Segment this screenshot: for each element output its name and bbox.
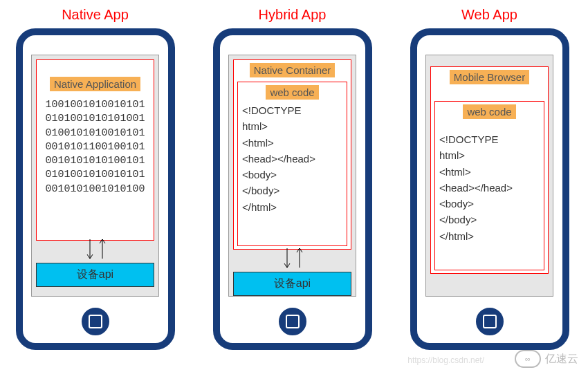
- watermark-brand: ∞ 亿速云: [515, 350, 578, 357]
- native-arrows: [36, 239, 154, 260]
- web-webcode-label: web code: [463, 104, 515, 119]
- native-container-box: Native Container web code <!DOCTYPE html…: [233, 59, 351, 250]
- mobile-browser-box: Mobile Browser web code <!DOCTYPE html> …: [430, 66, 549, 274]
- mobile-browser-label: Mobile Browser: [450, 70, 529, 84]
- device-api-hybrid: 设备api: [233, 272, 351, 296]
- native-app-box: Native Application 1001001010010101 0101…: [36, 59, 154, 241]
- native-container-label: Native Container: [250, 63, 336, 77]
- native-binary-code: 1001001010010101 0101001010101001 010010…: [45, 98, 145, 196]
- hybrid-title: Hybrid App: [259, 7, 327, 23]
- hybrid-webcode-label: web code: [266, 85, 318, 100]
- home-button-icon: [474, 306, 506, 337]
- phone-frame-web: Mobile Browser web code <!DOCTYPE html> …: [410, 28, 569, 350]
- hybrid-code: <!DOCTYPE html> <html> <head></head> <bo…: [242, 102, 315, 215]
- home-button-icon: [80, 306, 111, 337]
- web-title: Web App: [461, 7, 517, 23]
- diagram-row: Native App Native Application 1001001010…: [14, 7, 574, 350]
- phone-screen-web: Mobile Browser web code <!DOCTYPE html> …: [425, 55, 553, 297]
- phone-screen-hybrid: Native Container web code <!DOCTYPE html…: [228, 55, 356, 297]
- cloud-icon: ∞: [515, 350, 541, 357]
- phone-frame-native: Native Application 1001001010010101 0101…: [16, 28, 175, 350]
- watermark-url: https://blog.csdn.net/: [407, 355, 484, 357]
- native-title: Native App: [62, 7, 129, 23]
- phone-frame-hybrid: Native Container web code <!DOCTYPE html…: [213, 28, 372, 350]
- watermark-text: 亿速云: [545, 352, 578, 357]
- hybrid-arrows: [233, 248, 351, 269]
- hybrid-column: Hybrid App Native Container web code <!D…: [211, 7, 374, 350]
- web-code: <!DOCTYPE html> <html> <head></head> <bo…: [439, 131, 513, 244]
- hybrid-webcode-box: web code <!DOCTYPE html> <html> <head></…: [237, 82, 347, 246]
- home-button-icon: [277, 306, 309, 337]
- native-column: Native App Native Application 1001001010…: [14, 7, 176, 350]
- device-api-native: 设备api: [36, 263, 154, 287]
- web-column: Web App Mobile Browser web code <!DOCTYP…: [408, 7, 571, 350]
- native-application-label: Native Application: [50, 77, 140, 91]
- web-webcode-box: web code <!DOCTYPE html> <html> <head></…: [434, 101, 544, 270]
- phone-screen-native: Native Application 1001001010010101 0101…: [31, 55, 159, 297]
